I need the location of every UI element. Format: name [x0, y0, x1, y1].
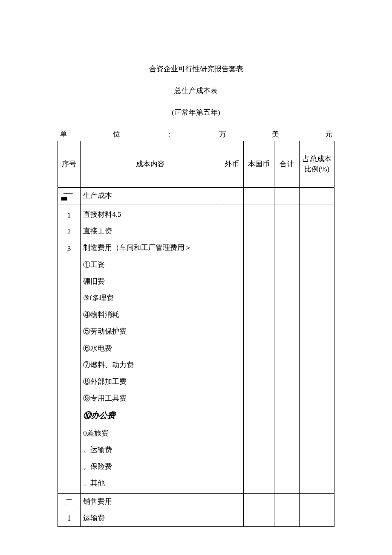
cell-fc [220, 510, 243, 527]
item-mfg-cost: 制造费用（车间和工厂管理费用＞ [83, 239, 218, 256]
unit-c6: 元 [325, 129, 332, 139]
item-other: 。其他 [83, 475, 218, 491]
header-content: 成本内容 [81, 141, 220, 188]
section1-label: 生产成本 [81, 188, 220, 204]
header-seq: 序号 [58, 141, 81, 188]
unit-c5: 美 [272, 129, 279, 139]
table-row: 1 2 3 直接材料4.5 直接工资 制造费用（车间和工厂管理费用＞ ①工资 硼… [58, 204, 334, 494]
item-special-tools: ⑨专用工具费 [83, 390, 218, 407]
main-title: 合资企业可行性研究报告套表 [58, 64, 334, 74]
cell-total [274, 510, 299, 527]
item-fuel-power: ⑦燃料、动力费 [83, 357, 218, 373]
item-insurance: 。保险费 [83, 458, 218, 475]
table-row: 1 运输费 [58, 510, 334, 527]
note-title: (正常年第五年) [58, 108, 334, 117]
unit-line: 单 位 ： 万 美 元 [60, 129, 332, 139]
item-travel: 0差旅费 [83, 425, 218, 442]
cell-pct [300, 188, 334, 204]
cell-pct [300, 510, 334, 527]
unit-c1: 单 [60, 129, 67, 139]
black-square-icon [61, 197, 67, 200]
unit-c2: 位 [113, 129, 120, 139]
item-labor-protection: ⑤劳动保护费 [83, 323, 218, 340]
unit-c4: 万 [219, 129, 226, 139]
item-office-fee: ⑩办公费 [83, 407, 218, 424]
item-external-processing: ⑧外部加工费 [83, 373, 218, 390]
table-row: 一 生产成本 [58, 188, 334, 204]
cell-fc [220, 188, 243, 204]
cell-pct [300, 204, 334, 494]
cell-local [244, 494, 274, 510]
item-direct-wage: 直接工资 [83, 223, 218, 239]
header-total: 合计 [274, 141, 299, 188]
cell-total [274, 188, 299, 204]
table-header-row: 序号 成本内容 外币 本国币 合计 占总成本比例(%) [58, 141, 334, 188]
item-repair: ③f多理费 [83, 290, 218, 306]
cell-fc [220, 494, 243, 510]
cell-local [244, 204, 274, 494]
item-wage: ①工资 [83, 256, 218, 273]
cell-fc [220, 204, 243, 494]
sub-title: 总生产成本表 [58, 86, 334, 96]
header-fc: 外币 [220, 141, 243, 188]
item-utilities: ⑥水电费 [83, 340, 218, 357]
unit-c3: ： [166, 129, 173, 139]
seq-num-1: 1 [60, 207, 78, 224]
seq-num-2: 2 [60, 224, 78, 240]
cell-total [274, 494, 299, 510]
cost-table: 序号 成本内容 外币 本国币 合计 占总成本比例(%) 一 生产成本 1 2 3 [58, 141, 334, 527]
table-row: 二 销售费用 [58, 494, 334, 510]
cell-local [244, 188, 274, 204]
section3-seq: 1 [58, 510, 81, 527]
cell-pct [300, 494, 334, 510]
cell-total [274, 204, 299, 494]
section1-seq-cell: 一 [58, 188, 81, 204]
section3-label: 运输费 [81, 510, 220, 527]
cell-local [244, 510, 274, 527]
section1-numbers-cell: 1 2 3 [58, 204, 81, 494]
document-page: 合资企业可行性研究报告套表 总生产成本表 (正常年第五年) 单 位 ： 万 美 … [0, 0, 392, 555]
item-material-consume: ④物料消耗 [83, 306, 218, 323]
section2-label: 销售费用 [81, 494, 220, 510]
item-direct-material: 直接材料4.5 [83, 206, 218, 223]
section2-seq: 二 [58, 494, 81, 510]
section1-items-cell: 直接材料4.5 直接工资 制造费用（车间和工厂管理费用＞ ①工资 硼旧费 ③f多… [81, 204, 220, 494]
seq-num-3: 3 [60, 240, 78, 257]
header-local: 本国币 [244, 141, 274, 188]
item-depreciation: 硼旧费 [83, 273, 218, 290]
item-transport: 。运输费 [83, 442, 218, 458]
header-pct: 占总成本比例(%) [300, 141, 334, 188]
